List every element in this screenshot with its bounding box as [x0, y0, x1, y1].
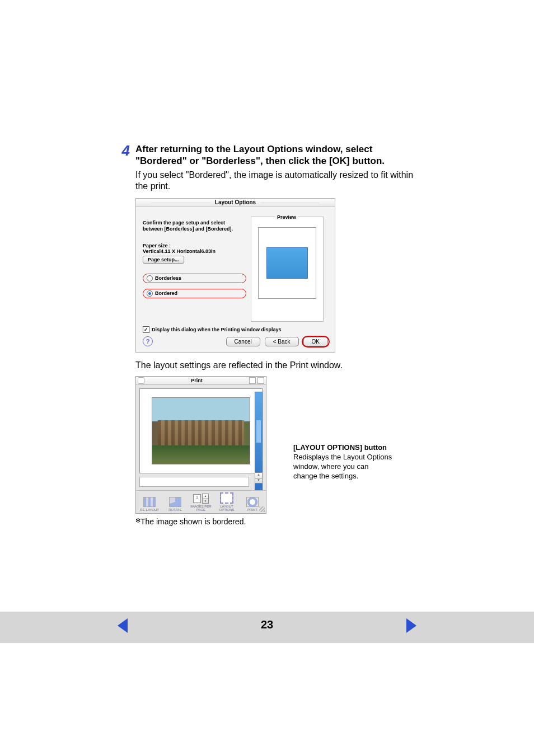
asterisk-icon: ✻: [135, 517, 140, 524]
print-toolbar: RE-LAYOUT ROTATE 1: [136, 490, 266, 513]
callout-title: [LAYOUT OPTIONS] button: [293, 443, 394, 453]
print-window-title: Print: [188, 378, 206, 383]
print-icon: [246, 497, 259, 507]
layout-options-icon: [220, 492, 233, 504]
confirm-text-line2: between [Borderless] and [Bordered].: [143, 226, 246, 232]
checkbox-icon: ✓: [143, 326, 149, 333]
window-control-icon[interactable]: [138, 377, 144, 384]
preview-paper: [258, 227, 316, 299]
footnote: ✻The image shown is bordered.: [135, 517, 266, 526]
print-label: PRINT: [247, 508, 257, 511]
window-resize-icon[interactable]: [249, 377, 256, 384]
page-footer-nav: 23: [0, 612, 534, 643]
window-titlebar: Layout Options: [136, 199, 335, 206]
relayout-button[interactable]: RE-LAYOUT: [137, 497, 162, 511]
preview-legend: Preview: [275, 214, 298, 220]
images-per-page-label: IMAGES PER PAGE: [189, 505, 213, 511]
page-setup-button[interactable]: Page setup...: [143, 256, 184, 264]
print-window: Print: [135, 376, 266, 514]
reflected-text: The layout settings are reflected in the…: [135, 360, 425, 370]
scrollbar-thumb[interactable]: [256, 420, 261, 443]
layout-options-label: LAYOUT OPTIONS: [214, 505, 239, 511]
chevron-up-icon: ▲: [255, 473, 262, 478]
radio-dot-icon: [147, 275, 153, 281]
step-body: After returning to the Layout Options wi…: [135, 143, 425, 526]
document-page: 4 After returning to the Layout Options …: [0, 0, 534, 756]
step-number: 4: [112, 143, 130, 158]
resize-grip-icon[interactable]: [259, 506, 265, 512]
confirm-text-line1: Confirm the page setup and select: [143, 220, 246, 226]
print-window-titlebar: Print: [136, 377, 266, 385]
caption-input[interactable]: [139, 477, 249, 487]
layout-options-callout: [LAYOUT OPTIONS] button Redisplays the L…: [293, 443, 394, 481]
display-dialog-checkbox[interactable]: ✓ Display this dialog when the Printing …: [143, 326, 328, 333]
radio-bordered-label: Bordered: [155, 290, 177, 296]
print-preview-photo: [152, 397, 250, 464]
radio-dot-selected-icon: [147, 290, 153, 297]
rotate-button[interactable]: ROTATE: [163, 497, 188, 511]
rotate-icon: [169, 497, 181, 507]
chevron-down-icon: ▼: [203, 499, 208, 504]
radio-borderless[interactable]: Borderless: [143, 274, 246, 283]
paper-size-label: Paper size :: [143, 243, 246, 248]
relayout-icon: [143, 497, 156, 507]
border-radio-group: Borderless Bordered: [143, 274, 246, 298]
step-content: 4 After returning to the Layout Options …: [112, 143, 425, 526]
step-description: If you select "Bordered", the image is a…: [135, 170, 425, 193]
print-window-column: Print: [135, 376, 266, 526]
next-page-arrow-icon[interactable]: [406, 618, 416, 633]
step-title: After returning to the Layout Options wi…: [135, 143, 425, 167]
chevron-down-icon: ▼: [255, 478, 262, 483]
radio-bordered[interactable]: Bordered: [143, 289, 246, 298]
preview-image: [266, 247, 308, 279]
ok-highlight: [302, 336, 330, 348]
images-per-page-control[interactable]: 1 ▲ ▼ IMAGES PER PAGE: [189, 494, 213, 511]
footnote-text: The image shown is bordered.: [140, 517, 246, 526]
callout-body: Redisplays the Layout Options window, wh…: [293, 453, 394, 481]
caption-stepper[interactable]: ▲ ▼: [255, 472, 263, 483]
window-title: Layout Options: [210, 199, 260, 205]
preview-box: Preview: [251, 217, 324, 322]
radio-borderless-label: Borderless: [155, 275, 181, 281]
rotate-label: ROTATE: [168, 508, 181, 511]
cancel-button[interactable]: Cancel: [226, 337, 260, 346]
layout-options-window: Layout Options Confirm the page setup an…: [135, 198, 335, 353]
back-button[interactable]: < Back: [265, 337, 299, 346]
layout-options-button[interactable]: LAYOUT OPTIONS: [214, 492, 239, 511]
page-number: 23: [0, 618, 534, 631]
display-dialog-label: Display this dialog when the Printing wi…: [152, 327, 282, 332]
chevron-up-icon: ▲: [203, 494, 208, 499]
print-preview-area: [139, 388, 263, 473]
images-per-page-value[interactable]: 1: [193, 494, 201, 503]
paper-size-value: Vertical4.11 X Horizontal6.83in: [143, 248, 246, 254]
window-minimize-icon[interactable]: [257, 377, 264, 384]
images-per-page-stepper[interactable]: ▲ ▼: [202, 494, 209, 504]
ok-button[interactable]: OK: [303, 337, 328, 346]
relayout-label: RE-LAYOUT: [140, 508, 159, 511]
help-button[interactable]: ?: [143, 336, 153, 346]
step-row: 4 After returning to the Layout Options …: [112, 143, 425, 526]
